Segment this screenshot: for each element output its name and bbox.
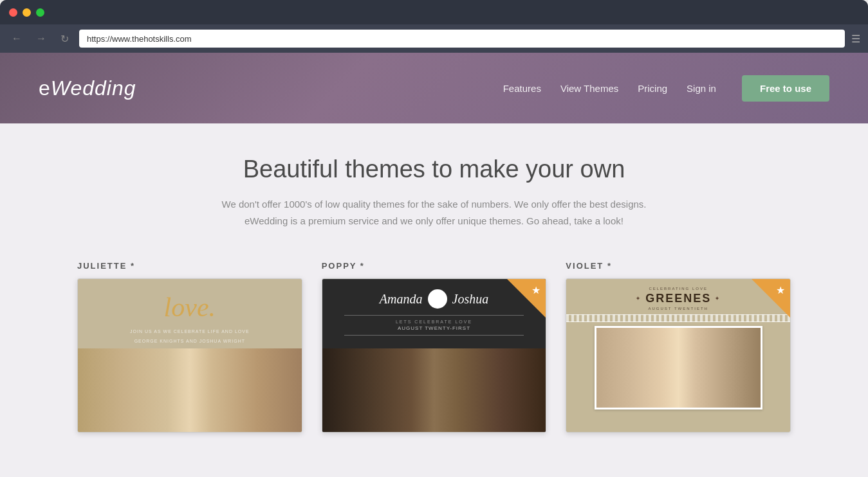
site-logo: eWedding — [39, 76, 503, 100]
violet-name: GREENES — [645, 292, 711, 305]
traffic-light-red[interactable] — [9, 8, 17, 17]
violet-rays-icon-2: ✦ — [715, 296, 721, 302]
nav-features[interactable]: Features — [503, 83, 541, 94]
hero-description: We don't offer 1000's of low quality the… — [209, 196, 660, 229]
main-nav: Features View Themes Pricing Sign in Fre… — [503, 75, 829, 102]
cta-free-button[interactable]: Free to use — [742, 75, 829, 102]
poppy-name1: Amanda — [380, 292, 423, 307]
browser-window: ← → ↻ https://www.thehotskills.com ☰ — [0, 0, 868, 53]
theme-preview-poppy[interactable]: Amanda ✿ Joshua LETS CELEBRATE LOVE AUGU… — [322, 278, 547, 433]
theme-card-poppy[interactable]: POPPY * Amanda ✿ Joshua LETS CELEBRATE L… — [322, 261, 547, 433]
theme-card-juliette[interactable]: JULIETTE * love. JOIN US AS WE CELEBRATE… — [77, 261, 302, 433]
poppy-divider-line — [344, 315, 523, 316]
violet-date-text: AUGUST TWENTIETH — [648, 307, 708, 310]
theme-label-violet: VIOLET * — [566, 261, 791, 271]
browser-menu-icon[interactable]: ☰ — [851, 33, 860, 45]
juliette-photo — [78, 348, 302, 432]
theme-label-poppy: POPPY * — [322, 261, 547, 271]
poppy-date: AUGUST TWENTY-FIRST — [398, 325, 470, 331]
website-content: eWedding Features View Themes Pricing Si… — [0, 53, 868, 477]
poppy-premium-badge: ★ — [507, 279, 546, 318]
nav-view-themes[interactable]: View Themes — [560, 83, 618, 94]
violet-rays-icon: ✦ — [636, 296, 642, 302]
theme-preview-juliette[interactable]: love. JOIN US AS WE CELEBRATE LIFE AND L… — [77, 278, 302, 433]
nav-sign-in[interactable]: Sign in — [687, 83, 716, 94]
juliette-love-text: love. — [164, 292, 216, 323]
themes-grid: JULIETTE * love. JOIN US AS WE CELEBRATE… — [51, 261, 817, 433]
violet-star-icon: ★ — [776, 284, 785, 296]
juliette-subtext1: JOIN US AS WE CELEBRATE LIFE AND LOVE — [130, 328, 249, 335]
poppy-photo — [322, 348, 546, 432]
hero-title: Beautiful themes to make your own — [51, 156, 817, 183]
poppy-star-icon: ★ — [531, 284, 540, 296]
traffic-light-yellow[interactable] — [23, 8, 31, 17]
theme-preview-violet[interactable]: CELEBRATING LOVE ✦ GREENES ✦ AUGUST TWEN… — [566, 278, 791, 433]
violet-top-text: CELEBRATING LOVE — [649, 287, 708, 291]
poppy-divider-line-2 — [344, 335, 523, 336]
poppy-name2: Joshua — [452, 292, 489, 307]
nav-pricing[interactable]: Pricing — [638, 83, 667, 94]
violet-premium-badge: ★ — [752, 279, 790, 318]
browser-toolbar: ← → ↻ https://www.thehotskills.com ☰ — [0, 24, 868, 53]
violet-photo-frame — [595, 326, 762, 410]
theme-label-juliette: JULIETTE * — [77, 261, 302, 271]
back-button[interactable]: ← — [8, 30, 26, 47]
juliette-subtext2: GEORGE KNIGHTS AND JOSHUA WRIGHT — [134, 338, 245, 345]
poppy-names: Amanda ✿ Joshua — [380, 289, 488, 309]
browser-titlebar — [0, 0, 868, 24]
theme-card-violet[interactable]: VIOLET * CELEBRATING LOVE ✦ GREENES ✦ AU… — [566, 261, 791, 433]
address-bar[interactable]: https://www.thehotskills.com — [79, 30, 845, 48]
violet-family-name: ✦ GREENES ✦ — [636, 292, 721, 305]
traffic-light-green[interactable] — [36, 8, 44, 17]
poppy-flower-icon: ✿ — [428, 289, 447, 309]
site-header: eWedding Features View Themes Pricing Si… — [0, 53, 868, 123]
violet-photo — [596, 328, 761, 408]
refresh-button[interactable]: ↻ — [57, 30, 73, 48]
url-text: https://www.thehotskills.com — [87, 34, 192, 44]
poppy-divider-text: LETS CELEBRATE LOVE — [396, 320, 472, 324]
forward-button[interactable]: → — [32, 30, 50, 47]
main-content: Beautiful themes to make your own We don… — [0, 123, 868, 452]
logo-text: Wedding — [51, 76, 136, 100]
